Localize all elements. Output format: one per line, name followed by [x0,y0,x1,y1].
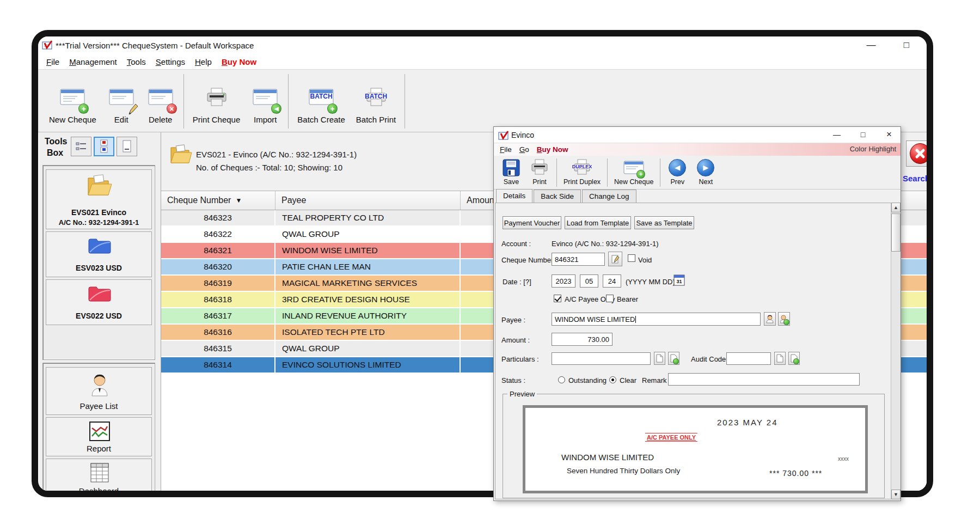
sidebar-item-dashboard[interactable]: Dashboard [46,459,152,497]
tools-panel: Payee List Report Dashboard [42,363,155,497]
folder-blue-icon [88,236,112,255]
delete-button[interactable]: × Delete [141,74,180,126]
column-header-payee[interactable]: Payee [275,191,461,210]
clear-search-button[interactable] [906,141,933,167]
dialog-menu-item[interactable]: File [496,144,516,155]
payment-voucher-button[interactable]: Payment Voucher [503,216,561,229]
date-year-input[interactable]: 2023 [552,274,575,288]
status-clear-radio[interactable] [609,376,616,383]
print-duplex-button[interactable]: DUPLEX Print Duplex [560,157,604,187]
toolbar-separator [607,158,608,187]
save-button[interactable]: Save [497,157,525,187]
dialog-menu-item[interactable]: Go [516,144,533,155]
payee-label: Payee : [501,316,525,324]
void-checkbox[interactable] [628,254,635,262]
edit-button[interactable]: Edit [102,74,141,126]
particulars-list-button[interactable] [654,352,665,365]
particulars-add-button[interactable] [668,352,679,365]
person-icon [766,315,774,323]
batch-print-button[interactable]: BATCH Batch Print [351,74,401,126]
person-icon [88,372,111,397]
preview-crossing-stamp: A/C PAYEE ONLY [645,433,697,442]
minimize-button[interactable]: — [860,38,882,53]
main-toolbar: + New Cheque Edit × Delete Print Cheque [38,69,927,132]
prev-button[interactable]: ◀ Prev [663,157,691,187]
view-toggle-list[interactable] [71,137,91,156]
menu-item[interactable]: File [41,56,64,68]
preview-amount-figures: *** 730.00 *** [769,469,822,478]
menu-item[interactable]: Buy Now [217,56,261,68]
date-label: Date : [?] [503,278,531,286]
sidebar-account-evs021[interactable]: EVS021 Evinco A/C No.: 932-1294-391-1 [46,169,152,229]
view-toggle-blank[interactable] [117,137,137,156]
duplex-printer-icon: DUPLEX [572,158,592,176]
maximize-button[interactable]: □ [896,38,917,53]
column-header-cheque-number[interactable]: Cheque Number ▼ [161,191,275,210]
print-cheque-button[interactable]: Print Cheque [187,74,246,126]
toolbar-separator [660,158,660,187]
dialog-menu-item[interactable]: Buy Now [533,144,572,155]
particulars-input[interactable] [552,352,651,365]
amount-input[interactable]: 730.00 [552,333,612,346]
account-value: Evinco (A/C No.: 932-1294-391-1) [552,240,659,248]
batch-create-button[interactable]: BATCH + Batch Create [292,74,351,126]
dialog-menubar: FileGoBuy Now Color Highlight [494,143,901,156]
tab-details[interactable]: Details [496,189,532,203]
toolbar-separator [288,74,289,129]
sidebar-account-evs022[interactable]: EVS022 USD [46,279,152,325]
scroll-down-icon[interactable]: ▼ [891,490,901,499]
new-cheque-button[interactable]: + New Cheque [44,74,102,126]
date-day-input[interactable]: 24 [603,274,621,288]
menu-item[interactable]: Tools [122,56,151,68]
calendar-icon[interactable]: 31 [673,273,685,286]
status-outstanding-label: Outstanding [568,376,607,384]
main-menubar: FileManagementToolsSettingsHelpBuy Now [38,54,927,69]
cheque-delete-icon: × [146,83,175,112]
dialog-minimize-button[interactable]: — [829,128,845,141]
blank-view-icon [122,139,132,154]
menu-item[interactable]: Settings [151,56,190,68]
audit-list-button[interactable] [774,352,786,365]
bearer-checkbox[interactable] [606,295,614,302]
cheque-number-input[interactable]: 846321 [552,253,605,266]
pencil-icon [611,254,620,264]
sidebar-item-payee-list[interactable]: Payee List [46,367,152,415]
card-view-icon [100,139,108,154]
color-highlight-menu[interactable]: Color Highlight [850,145,896,153]
pencil-icon [127,103,139,116]
remark-input[interactable] [668,373,860,386]
print-button[interactable]: Print [525,157,554,187]
ac-payee-only-checkbox[interactable] [554,295,561,302]
tab-back-side[interactable]: Back Side [534,190,581,203]
dialog-new-cheque-button[interactable]: + New Cheque [610,157,657,187]
tab-change-log[interactable]: Change Log [582,190,636,203]
dialog-close-button[interactable]: × [881,128,897,141]
scroll-up-icon[interactable]: ▲ [891,203,901,212]
close-button[interactable]: × [929,38,933,53]
app-icon [498,130,509,141]
menu-item[interactable]: Management [64,56,122,68]
audit-code-input[interactable] [726,352,771,365]
view-toggle-cards[interactable] [94,137,114,156]
status-outstanding-radio[interactable] [558,376,565,383]
dialog-scrollbar[interactable]: ▲ ▼ [891,203,901,499]
preview-legend: Preview [507,390,537,398]
date-month-input[interactable]: 05 [580,274,598,288]
edit-number-button[interactable] [608,252,622,266]
load-from-template-button[interactable]: Load from Template [565,216,631,229]
save-as-template-button[interactable]: Save as Template [634,216,694,229]
audit-add-button[interactable] [788,352,800,365]
menu-item[interactable]: Help [190,56,217,68]
payee-input[interactable]: WINDOM WISE LIMITED [552,313,761,326]
import-button[interactable]: ◀ Import [246,74,285,126]
next-icon: ▶ [697,159,714,176]
next-button[interactable]: ▶ Next [691,157,720,187]
dialog-maximize-button[interactable]: □ [855,128,871,141]
sort-desc-icon: ▼ [235,197,242,204]
select-payee-button[interactable] [764,312,776,326]
add-payee-button[interactable] [778,312,790,326]
scrollbar-thumb[interactable] [891,213,901,252]
sidebar-item-report[interactable]: Report [46,417,152,456]
sidebar-account-esv023[interactable]: ESV023 USD [46,231,152,277]
search-link[interactable]: Search] [903,174,933,183]
